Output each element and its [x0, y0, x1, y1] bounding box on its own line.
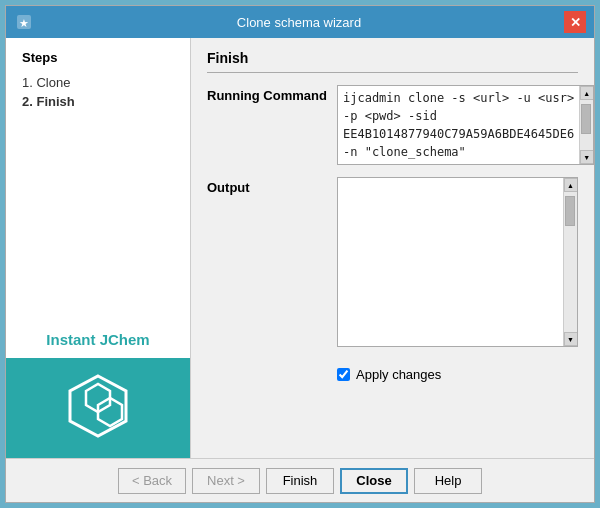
- output-label: Output: [207, 177, 337, 195]
- section-title: Finish: [207, 50, 578, 73]
- steps-title: Steps: [22, 50, 174, 65]
- close-window-button[interactable]: ✕: [564, 11, 586, 33]
- command-wrapper: ijcadmin clone -s <url> -u <usr> -p <pwd…: [337, 85, 594, 165]
- finish-button[interactable]: Finish: [266, 468, 334, 494]
- command-container: ijcadmin clone -s <url> -u <usr> -p <pwd…: [337, 85, 594, 165]
- output-scroll-down[interactable]: ▼: [564, 332, 578, 346]
- titlebar: ★ Clone schema wizard ✕: [6, 6, 594, 38]
- output-scroll-thumb[interactable]: [565, 196, 575, 226]
- output-wrapper: ▲ ▼: [337, 177, 578, 347]
- body: Steps 1. Clone 2. Finish Instant JChem: [6, 38, 594, 458]
- command-scroll-thumb[interactable]: [581, 104, 591, 134]
- svg-text:★: ★: [19, 17, 29, 29]
- app-icon: ★: [14, 12, 34, 32]
- steps-panel: Steps 1. Clone 2. Finish: [6, 38, 190, 321]
- branding-text: Instant JChem: [6, 321, 190, 358]
- sidebar-logo: [6, 358, 190, 458]
- apply-changes-row: Apply changes: [337, 367, 578, 382]
- command-scrollbar: ▲ ▼: [579, 86, 593, 164]
- running-command-row: Running Command ijcadmin clone -s <url> …: [207, 85, 578, 165]
- output-scroll-up[interactable]: ▲: [564, 178, 578, 192]
- apply-changes-checkbox[interactable]: [337, 368, 350, 381]
- command-scroll-down[interactable]: ▼: [580, 150, 594, 164]
- main-content: Finish Running Command ijcadmin clone -s…: [191, 38, 594, 458]
- step-clone: 1. Clone: [22, 73, 174, 92]
- back-button[interactable]: < Back: [118, 468, 186, 494]
- output-text-display: [338, 178, 563, 347]
- output-scroll-track: [564, 192, 578, 332]
- output-scrollbar: ▲ ▼: [563, 178, 577, 346]
- main-window: ★ Clone schema wizard ✕ Steps 1. Clone 2…: [5, 5, 595, 503]
- close-button[interactable]: Close: [340, 468, 408, 494]
- next-button[interactable]: Next >: [192, 468, 260, 494]
- hexagon-logo: [58, 371, 138, 446]
- command-scroll-track: [580, 100, 594, 150]
- sidebar: Steps 1. Clone 2. Finish Instant JChem: [6, 38, 191, 458]
- output-row: Output ▲ ▼: [207, 177, 578, 347]
- footer: < Back Next > Finish Close Help: [6, 458, 594, 502]
- window-title: Clone schema wizard: [34, 15, 564, 30]
- running-command-label: Running Command: [207, 85, 337, 103]
- step-finish: 2. Finish: [22, 92, 174, 111]
- help-button[interactable]: Help: [414, 468, 482, 494]
- command-text-display: ijcadmin clone -s <url> -u <usr> -p <pwd…: [338, 86, 579, 164]
- command-scroll-up[interactable]: ▲: [580, 86, 594, 100]
- apply-changes-label: Apply changes: [356, 367, 441, 382]
